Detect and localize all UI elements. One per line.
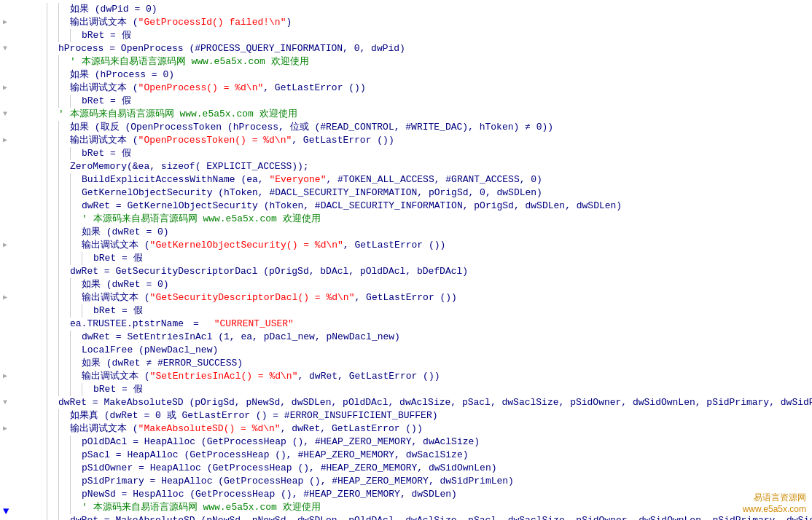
code-line: pNewSd = HespAlloc (GetProcessHeap (), #…	[0, 488, 812, 501]
code-line: bRet = 假	[0, 252, 812, 265]
code-area: 如果 (dwPid = 0)▶输出调试文本 ("GetProcessId() f…	[0, 0, 812, 520]
code-content: pOldDAcl = HeapAlloc (GetProcessHeap (),…	[82, 436, 809, 449]
code-content: 如果 (dwRet = 0)	[82, 226, 809, 239]
code-content: hProcess = OpenProcess (#PROCESS_QUERY_I…	[58, 42, 809, 55]
indent-area	[47, 436, 82, 449]
code-content: 输出调试文本 ("OpenProcessToken() = %d\n", Get…	[70, 134, 809, 147]
code-content: bRet = 假	[82, 29, 809, 42]
indent-area	[47, 278, 82, 291]
code-content: 输出调试文本 ("SetEntriesInAcl() = %d\n", dwRe…	[82, 370, 809, 383]
indent-area	[47, 344, 82, 357]
indent-area	[47, 68, 70, 82]
code-line: ▶输出调试文本 ("SetEntriesInAcl() = %d\n", dwR…	[0, 370, 812, 383]
code-content: GetKernelObjectSecurity (hToken, #DACL_S…	[82, 186, 809, 200]
code-line: 如果 (dwRet = 0)	[0, 278, 812, 291]
code-content: 输出调试文本 ("GetSecurityDescriptorDacl() = %…	[82, 291, 809, 304]
code-content: ′ 本源码来自易语言源码网 www.e5a5x.com 欢迎使用	[82, 501, 809, 514]
indent-area	[47, 252, 93, 265]
code-line: 如果 (dwPid = 0)	[0, 3, 812, 16]
code-content: 如果 (dwRet = 0)	[82, 278, 809, 291]
code-content: bRet = 假	[82, 147, 809, 160]
indent-area	[47, 422, 70, 436]
indent-area	[47, 121, 70, 134]
code-line: bRet = 假	[0, 95, 812, 108]
code-line: pSidOwner = HeapAlloc (GetProcessHeap ()…	[0, 462, 812, 475]
indent-area	[47, 82, 70, 95]
code-content: bRet = 假	[93, 383, 809, 396]
indent-area	[47, 370, 82, 383]
code-content: 如果 (dwRet ≠ #ERROR_SUCCESS)	[82, 357, 809, 370]
code-line: dwRet = GetSecurityDescriptorDacl (pOrig…	[0, 265, 812, 278]
indent-area	[47, 186, 82, 200]
code-line: 如果 (取反 (OpenProcessToken (hProcess, 位或 (…	[0, 121, 812, 134]
code-line: LocalFree (pNewDacl_new)	[0, 344, 812, 357]
code-content: bRet = 假	[82, 95, 809, 108]
code-line: ▶输出调试文本 ("GetProcessId() failed!\n")	[0, 16, 812, 29]
code-content: 输出调试文本 ("GetKernelObjectSecurity() = %d\…	[82, 239, 809, 252]
scroll-down-area: ▼	[0, 0, 15, 520]
indent-area	[47, 488, 82, 501]
indent-area	[47, 55, 70, 68]
code-content: pNewSd = HespAlloc (GetProcessHeap (), #…	[82, 488, 809, 501]
code-content: ′ 本源码来自易语言源码网 www.e5a5x.com 欢迎使用	[58, 108, 809, 121]
code-line: bRet = 假	[0, 304, 812, 318]
indent-area	[47, 200, 82, 213]
code-line: ′ 本源码来自易语言源码网 www.e5a5x.com 欢迎使用	[0, 501, 812, 514]
code-content: dwRet = MakeAbsoluteSD (pNewSd, pNewSd, …	[70, 514, 812, 520]
code-line: ▼′ 本源码来自易语言源码网 www.e5a5x.com 欢迎使用	[0, 108, 812, 121]
code-line: pSidPrimary = HeapAlloc (GetProcessHeap …	[0, 475, 812, 488]
code-content: 如果 (dwPid = 0)	[70, 3, 809, 16]
indent-area	[47, 475, 82, 488]
indent-area	[47, 304, 93, 318]
indent-area	[47, 265, 70, 278]
code-content: LocalFree (pNewDacl_new)	[82, 344, 809, 357]
indent-area	[47, 95, 82, 108]
indent-area	[47, 42, 58, 55]
code-content: ZeroMemory(&ea, sizeof( EXPLICIT_ACCESS)…	[70, 160, 809, 173]
code-line: dwRet = GetKernelObjectSecurity (hToken,…	[0, 200, 812, 213]
code-content: pSacl = HeapAlloc (GetProcessHeap (), #H…	[82, 449, 809, 462]
code-line: ZeroMemory(&ea, sizeof( EXPLICIT_ACCESS)…	[0, 160, 812, 173]
code-line: pOldDAcl = HeapAlloc (GetProcessHeap (),…	[0, 436, 812, 449]
code-content: ′ 本源码来自易语言源码网 www.e5a5x.com 欢迎使用	[82, 213, 809, 226]
code-line: pSacl = HeapAlloc (GetProcessHeap (), #H…	[0, 449, 812, 462]
code-content: dwRet = SetEntriesInAcl (1, ea, pDacl_ne…	[82, 331, 809, 344]
indent-area	[47, 226, 82, 239]
code-content: dwRet = GetSecurityDescriptorDacl (pOrig…	[70, 265, 809, 278]
indent-area	[47, 462, 82, 475]
code-line: 如果 (dwRet ≠ #ERROR_SUCCESS)	[0, 357, 812, 370]
watermark-bottom: 易语言资源网 www.e5a5x.com	[743, 492, 806, 514]
code-line: ′ 本源码来自易语言源码网 www.e5a5x.com 欢迎使用	[0, 213, 812, 226]
indent-area	[47, 213, 82, 226]
scroll-down-button[interactable]: ▼	[3, 505, 9, 517]
code-line: bRet = 假	[0, 147, 812, 160]
indent-area	[47, 173, 82, 186]
code-line: ▶输出调试文本 ("GetSecurityDescriptorDacl() = …	[0, 291, 812, 304]
code-content: ea.TRUSTEE.ptstrName = "CURRENT_USER"	[70, 318, 809, 331]
code-line: 如果真 (dwRet = 0 或 GetLastError () = #ERRO…	[0, 409, 812, 422]
code-line: ▶输出调试文本 ("OpenProcess() = %d\n", GetLast…	[0, 82, 812, 95]
code-content: 输出调试文本 ("MakeAbsoluteSD() = %d\n", dwRet…	[70, 422, 809, 436]
code-line: ▶输出调试文本 ("MakeAbsoluteSD() = %d\n", dwRe…	[0, 422, 812, 436]
code-line: 如果 (dwRet = 0)	[0, 226, 812, 239]
code-content: dwRet = MakeAbsoluteSD (pOrigSd, pNewSd,…	[58, 396, 812, 409]
code-line: GetKernelObjectSecurity (hToken, #DACL_S…	[0, 186, 812, 200]
indent-area	[47, 383, 93, 396]
code-content: 如果真 (dwRet = 0 或 GetLastError () = #ERRO…	[70, 409, 809, 422]
indent-area	[47, 357, 82, 370]
code-content: ′ 本源码来自易语言源码网 www.e5a5x.com 欢迎使用	[70, 55, 809, 68]
code-content: bRet = 假	[93, 252, 809, 265]
code-line: ▼dwRet = MakeAbsoluteSD (pOrigSd, pNewSd…	[0, 396, 812, 409]
indent-area	[47, 134, 70, 147]
code-container: 如果 (dwPid = 0)▶输出调试文本 ("GetProcessId() f…	[0, 0, 812, 520]
code-line: bRet = 假	[0, 383, 812, 396]
indent-area	[47, 147, 82, 160]
indent-area	[47, 318, 70, 331]
code-content: bRet = 假	[93, 304, 809, 318]
code-content: dwRet = GetKernelObjectSecurity (hToken,…	[82, 200, 809, 213]
code-content: pSidOwner = HeapAlloc (GetProcessHeap ()…	[82, 462, 809, 475]
code-content: 输出调试文本 ("OpenProcess() = %d\n", GetLastE…	[70, 82, 809, 95]
indent-area	[47, 16, 70, 29]
indent-area	[47, 29, 82, 42]
code-line: dwRet = MakeAbsoluteSD (pNewSd, pNewSd, …	[0, 514, 812, 520]
